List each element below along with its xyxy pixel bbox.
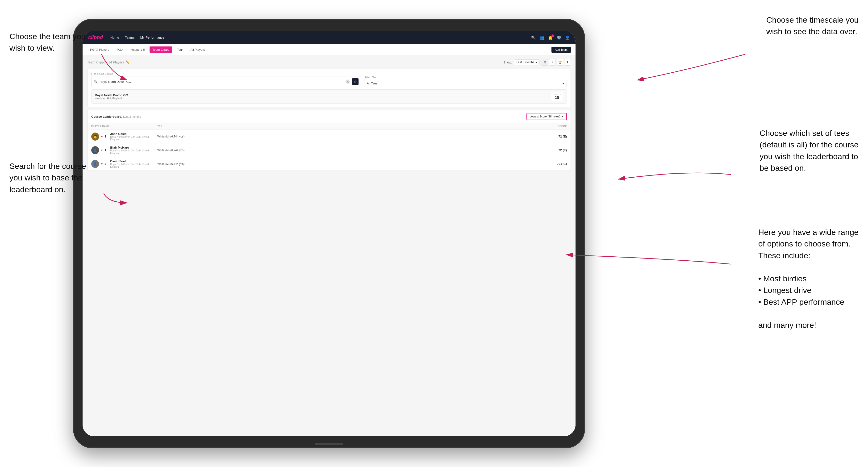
trophy-view-btn[interactable]: 🏆 (557, 59, 563, 66)
player-info-3: David Ford Royal North Devon Golf Club, … (110, 159, 157, 168)
search-row: Find a Golf Course 🔍 Royal North Devon G… (91, 72, 567, 87)
subnav-pga[interactable]: PGA (114, 46, 126, 53)
holes-label: Holes (553, 93, 561, 96)
nav-my-performance[interactable]: My Performance (140, 36, 164, 39)
course-search-field-wrap: Find a Golf Course 🔍 Royal North Devon G… (91, 72, 361, 87)
player-club-2: Royal North Devon Golf Club, United King… (110, 149, 157, 154)
bullet-birdies: Most birdies (758, 273, 859, 284)
holes-box: Holes 18 (551, 92, 563, 101)
team-title-row: Team Clippd | 14 Players ✏️ (87, 60, 130, 64)
rank-3: 3 (104, 162, 108, 165)
leaderboard-subtitle: Last 3 months (123, 115, 141, 118)
course-result[interactable]: Royal North Devon GC Westward Hol, Engla… (91, 89, 567, 103)
sub-navigation: PGAT Players PGA Hcaps 1-5 Team Clippd T… (83, 44, 576, 55)
table-row[interactable]: 👤 ♥ 1 Blair McHarg Royal North Devon Gol… (88, 144, 570, 157)
main-content: Team Clippd | 14 Players ✏️ Show: Last 3… (83, 55, 576, 436)
bullet-app: Best APP performance (758, 296, 859, 308)
score-cell-2: 72 (E) (534, 148, 567, 152)
annotation-bottom-right: Here you have a wide rangeof options to … (758, 226, 859, 331)
subnav-pgat[interactable]: PGAT Players (87, 46, 112, 53)
course-search-text[interactable]: Royal North Devon GC (99, 80, 344, 84)
tee-cell-1: White (M) (6,744 yds) (157, 135, 534, 138)
player-info-2: Blair McHarg Royal North Devon Golf Club… (110, 146, 157, 154)
tee-select-label: Select Tee (364, 76, 567, 79)
player-info-1: Josh Coles Royal North Devon Golf Club, … (110, 132, 157, 141)
holes-number: 18 (553, 96, 561, 100)
leaderboard-header: Course Leaderboard, Last 3 months Lowest… (88, 110, 570, 123)
team-name: Team Clippd | 14 Players (87, 60, 124, 64)
add-team-button[interactable]: Add Team (552, 47, 571, 53)
sub-nav-right: Add Team (552, 47, 571, 53)
heart-icon-2[interactable]: ♥ (101, 149, 102, 152)
annotation-middle-right: Choose which set of tees(default is all)… (760, 127, 859, 174)
download-btn[interactable]: ⬇ (564, 59, 571, 66)
annotation-top-left: Choose the team youwish to view. (9, 31, 86, 54)
top-navigation: clippd Home Teams My Performance 🔍 👥 🔔1 … (83, 31, 576, 44)
player-name-1: Josh Coles (110, 132, 157, 135)
settings-icon[interactable]: ⚙️ (557, 35, 561, 40)
heart-icon-1[interactable]: ♥ (101, 135, 102, 138)
clear-search-btn[interactable]: ✕ (346, 80, 350, 84)
subnav-all-players[interactable]: All Players (187, 46, 208, 53)
player-avatar-3: 👤 (91, 160, 99, 168)
search-nav-icon[interactable]: 🔍 (531, 35, 536, 40)
table-row[interactable]: 👤 ♥ 3 David Ford Royal North Devon Golf … (88, 157, 570, 170)
edit-team-icon[interactable]: ✏️ (126, 60, 130, 64)
search-icon: 🔍 (94, 80, 98, 84)
rank-2: 1 (104, 148, 108, 152)
annotation-bullets: Most birdies Longest drive Best APP perf… (758, 273, 859, 308)
leaderboard-title: Course Leaderboard, (91, 115, 122, 118)
nav-teams[interactable]: Teams (125, 36, 134, 39)
leaderboard-section: Course Leaderboard, Last 3 months Lowest… (87, 110, 571, 171)
player-cell-3: 👤 ♥ 3 David Ford Royal North Devon Golf … (91, 159, 157, 168)
notification-badge: 1 (552, 34, 554, 37)
player-club-3: Royal North Devon Golf Club, United King… (110, 163, 157, 168)
player-name-2: Blair McHarg (110, 146, 157, 149)
course-result-info: Royal North Devon GC Westward Hol, Engla… (95, 93, 128, 100)
notification-icon[interactable]: 🔔1 (548, 35, 553, 40)
heart-icon-3[interactable]: ♥ (101, 162, 102, 165)
player-cell-1: 🧑 ♥ 1 Josh Coles Royal North Devon Golf … (91, 132, 157, 141)
people-icon[interactable]: 👥 (540, 35, 545, 40)
show-label: Show: (503, 61, 512, 64)
show-dropdown[interactable]: Last 3 months ▾ (514, 59, 540, 65)
player-name-3: David Ford (110, 159, 157, 163)
subnav-tour[interactable]: Tour (174, 46, 186, 53)
team-header: Team Clippd | 14 Players ✏️ Show: Last 3… (87, 59, 571, 66)
course-result-location: Westward Hol, England (95, 97, 128, 100)
list-view-btn[interactable]: ≡ (549, 59, 556, 66)
score-cell-1: 72 (E) (534, 135, 567, 138)
course-search-input-row: 🔍 Royal North Devon GC ✕ ☆ (91, 76, 361, 87)
player-cell-2: 👤 ♥ 1 Blair McHarg Royal North Devon Gol… (91, 146, 157, 154)
tee-dropdown[interactable]: All Tees ▾ (364, 80, 567, 87)
nav-icons: 🔍 👥 🔔1 ⚙️ 👤 (531, 35, 570, 40)
col-tee: TEE (157, 125, 534, 128)
table-row[interactable]: 🧑 ♥ 1 Josh Coles Royal North Devon Golf … (88, 130, 570, 144)
nav-home[interactable]: Home (111, 36, 119, 39)
show-section: Show: Last 3 months ▾ ⊞ ≡ 🏆 ⬇ (503, 59, 571, 66)
course-search-label: Find a Golf Course (91, 72, 361, 75)
leaderboard-table: PLAYER NAME TEE SCORE 🧑 ♥ 1 Josh Coles (88, 123, 570, 170)
leaderboard-title-wrap: Course Leaderboard, Last 3 months (91, 115, 141, 119)
tee-cell-3: White (M) (6,744 yds) (157, 162, 534, 165)
player-avatar-2: 👤 (91, 146, 99, 154)
col-player-name: PLAYER NAME (91, 125, 157, 128)
grid-view-btn[interactable]: ⊞ (541, 59, 548, 66)
subnav-hcaps[interactable]: Hcaps 1-5 (128, 46, 148, 53)
table-header-row: PLAYER NAME TEE SCORE (88, 123, 570, 130)
nav-links: Home Teams My Performance (111, 36, 524, 39)
annotation-middle-left: Search for the courseyou wish to base th… (9, 160, 86, 195)
score-type-dropdown[interactable]: Lowest Score (18 holes) ▾ (526, 113, 567, 120)
course-search-section: Find a Golf Course 🔍 Royal North Devon G… (87, 69, 571, 107)
favorite-btn[interactable]: ☆ (352, 78, 359, 85)
tee-select-wrap: Select Tee All Tees ▾ (364, 76, 567, 87)
ipad-home-indicator (315, 443, 343, 445)
user-avatar-icon[interactable]: 👤 (565, 35, 570, 40)
subnav-team-clippd[interactable]: Team Clippd (150, 46, 172, 53)
rank-1: 1 (104, 135, 108, 138)
score-cell-3: 73 (+1) (534, 162, 567, 165)
player-avatar-1: 🧑 (91, 132, 99, 141)
tee-cell-2: White (M) (6,744 yds) (157, 149, 534, 152)
annotation-top-right: Choose the timescale youwish to see the … (766, 14, 859, 37)
view-icons: ⊞ ≡ 🏆 ⬇ (541, 59, 571, 66)
